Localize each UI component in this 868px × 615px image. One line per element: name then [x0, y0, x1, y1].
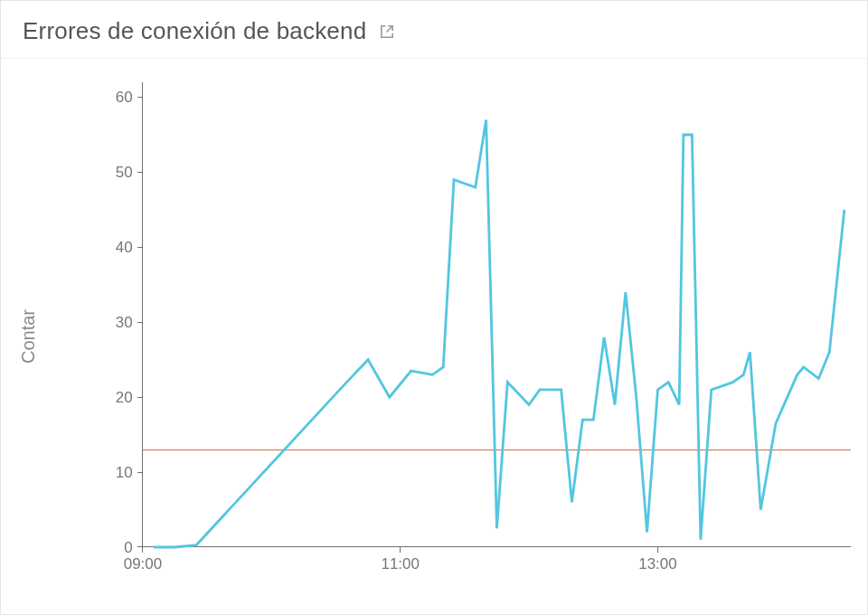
chart-svg: 010203040506009:0011:0013:00 [99, 82, 851, 576]
open-external-icon[interactable] [379, 24, 395, 40]
panel-title: Errores de conexión de backend [23, 17, 366, 45]
x-tick-label: 13:00 [638, 555, 676, 572]
y-tick-label: 20 [116, 389, 133, 406]
y-tick-label: 50 [116, 164, 133, 181]
y-axis-label: Contar [18, 309, 39, 364]
y-tick-label: 60 [116, 89, 133, 106]
panel-header: Errores de conexión de backend [1, 1, 867, 59]
y-tick-label: 10 [116, 464, 133, 481]
y-tick-label: 30 [116, 314, 133, 331]
x-tick-label: 09:00 [124, 555, 162, 572]
series-errors [154, 119, 844, 547]
plot-region: 010203040506009:0011:0013:00 [99, 82, 851, 576]
y-tick-label: 0 [124, 539, 132, 556]
x-tick-label: 11:00 [381, 555, 419, 572]
y-tick-label: 40 [116, 239, 133, 256]
chart-area: Contar 010203040506009:0011:0013:00 [1, 59, 867, 614]
chart-panel: Errores de conexión de backend Contar 01… [0, 0, 868, 615]
